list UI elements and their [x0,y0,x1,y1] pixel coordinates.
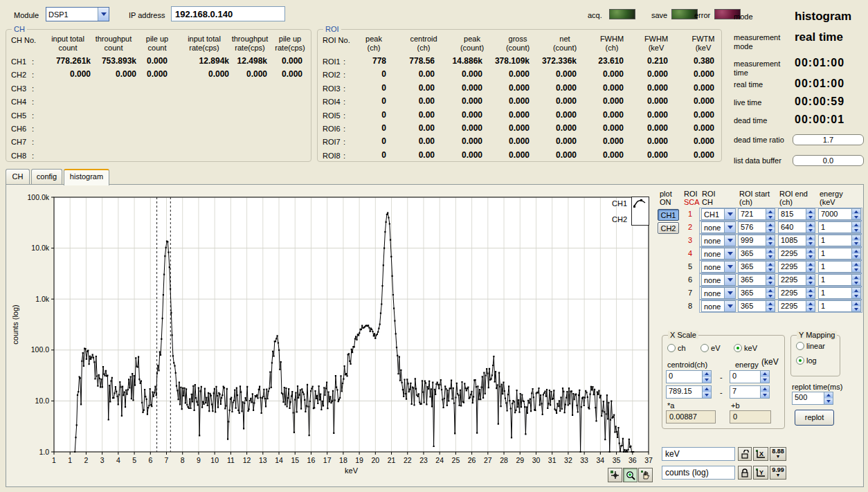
energy-to-field[interactable]: 7 [730,385,770,399]
legend-ch1-label[interactable]: CH1 [612,199,627,208]
spinner-icon[interactable] [851,275,860,285]
roi-end-field[interactable]: 2295 [778,261,815,273]
chevron-down-icon[interactable] [724,235,735,246]
spinner-icon[interactable] [766,209,775,219]
legend-sample-box[interactable] [631,197,649,226]
chevron-down-icon[interactable] [98,8,109,21]
spinner-icon[interactable] [806,288,815,298]
spinner-icon[interactable] [851,248,860,259]
spinner-icon[interactable] [766,235,775,246]
y-mapping-radio-linear[interactable]: linear [796,342,825,350]
cursor-tool-button[interactable] [608,468,622,482]
energy-field[interactable]: 1 [818,274,861,286]
legend-ch2-label[interactable]: CH2 [612,215,627,224]
energy-field[interactable]: 1 [818,261,861,273]
roi-start-field[interactable]: 365 [738,248,775,259]
energy-field[interactable]: 1 [818,221,861,233]
spectrum-plot-canvas[interactable]: 1123456789101112131415161718192021222324… [8,188,659,483]
energy-field[interactable]: 1 [818,248,861,259]
spinner-icon[interactable] [851,222,860,233]
centroid-to-field[interactable]: 789.15 [666,385,712,399]
roi-end-field[interactable]: 2295 [778,287,815,299]
spinner-icon[interactable] [766,248,775,259]
roi-ch-select[interactable]: none [701,235,736,246]
tab-ch[interactable]: CH [6,169,30,184]
tab-config[interactable]: config [31,169,62,184]
roi-end-field[interactable]: 2295 [778,248,815,259]
roi-start-field[interactable]: 365 [738,300,775,312]
spinner-icon[interactable] [806,275,815,285]
roi-start-field[interactable]: 365 [738,261,775,273]
x-axis-name-input[interactable] [662,447,735,461]
x-scale-radio-ev[interactable]: eV [700,344,721,352]
ip-address-input[interactable] [171,6,285,21]
spinner-icon[interactable] [766,301,775,311]
x-axis-autoscale-button[interactable]: X [753,447,768,461]
y-axis-lock-button[interactable] [738,466,752,480]
spinner-icon[interactable] [851,288,860,298]
chevron-down-icon[interactable] [724,262,735,272]
spinner-icon[interactable] [851,209,860,219]
roi-end-field[interactable]: 640 [778,221,815,233]
chevron-down-icon[interactable] [724,301,735,311]
roi-ch-select[interactable]: none [701,287,736,299]
spinner-icon[interactable] [702,371,711,383]
chevron-down-icon[interactable] [724,248,735,259]
spinner-icon[interactable] [851,301,860,311]
x-scale-radio-ch[interactable]: ch [667,344,686,352]
list-data-buffer-field[interactable]: 0.0 [793,155,864,166]
roi-ch-select[interactable]: CH1 [701,208,736,220]
chevron-down-icon[interactable] [724,288,735,298]
spinner-icon[interactable] [824,392,833,404]
chevron-down-icon[interactable] [724,209,735,219]
roi-ch-select[interactable]: none [701,274,736,286]
spinner-icon[interactable] [760,386,769,398]
spinner-icon[interactable] [806,222,815,233]
roi-start-field[interactable]: 999 [738,235,775,246]
spinner-icon[interactable] [806,262,815,272]
roi-end-field[interactable]: 815 [778,208,815,220]
replot-button[interactable]: replot [795,410,834,426]
roi-start-field[interactable]: 365 [738,274,775,286]
roi-end-field[interactable]: 1085 [778,235,815,246]
roi-start-field[interactable]: 365 [738,287,775,299]
energy-field[interactable]: 1 [818,235,861,246]
energy-from-field[interactable]: 0 [730,370,770,383]
spinner-icon[interactable] [702,386,711,398]
roi-end-field[interactable]: 2295 [778,300,815,312]
dead-time-ratio-field[interactable]: 1.7 [793,134,864,145]
spinner-icon[interactable] [760,371,769,383]
roi-ch-select[interactable]: none [701,248,736,259]
y-format-button[interactable]: 9.99▼ [770,466,786,480]
centroid-from-field[interactable]: 0 [666,370,712,383]
roi-ch-select[interactable]: none [701,221,736,233]
plot-on-ch2-button[interactable]: CH2 [658,222,679,234]
energy-field[interactable]: 1 [818,300,861,312]
chevron-down-icon[interactable] [724,222,735,233]
energy-field[interactable]: 1 [818,287,861,299]
x-format-button[interactable]: 8.88▼ [770,447,786,461]
roi-ch-select[interactable]: none [701,261,736,273]
spinner-icon[interactable] [806,235,815,246]
pan-tool-button[interactable] [638,468,653,482]
plot-on-ch1-button[interactable]: CH1 [658,209,679,221]
x-axis-lock-button[interactable] [738,447,752,461]
spinner-icon[interactable] [851,262,860,272]
zoom-tool-button[interactable] [623,468,638,482]
chevron-down-icon[interactable] [724,275,735,285]
roi-end-field[interactable]: 2295 [778,274,815,286]
spinner-icon[interactable] [766,222,775,233]
spinner-icon[interactable] [806,301,815,311]
spinner-icon[interactable] [806,248,815,259]
spinner-icon[interactable] [766,275,775,285]
roi-ch-select[interactable]: none [701,300,736,312]
spectrum-plot[interactable]: 1123456789101112131415161718192021222324… [8,188,659,483]
roi-start-field[interactable]: 721 [738,208,775,220]
module-select[interactable]: DSP1 [46,7,109,21]
energy-field[interactable]: 7000 [818,208,861,220]
y-axis-name-input[interactable] [662,466,735,480]
y-axis-autoscale-button[interactable]: Y [753,466,768,480]
roi-start-field[interactable]: 576 [738,221,775,233]
tab-histogram[interactable]: histogram [64,169,109,185]
spinner-icon[interactable] [851,235,860,246]
